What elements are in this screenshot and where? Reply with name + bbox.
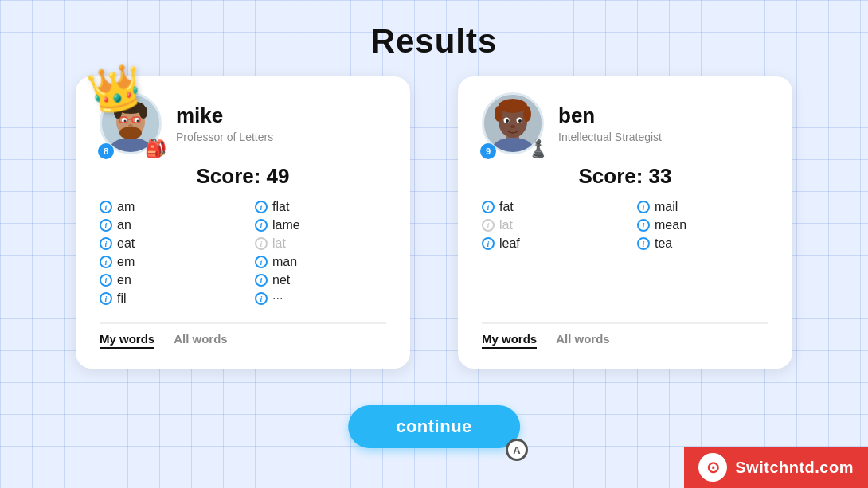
info-icon[interactable]: i: [255, 219, 268, 232]
a-button-badge: A: [506, 439, 528, 461]
mike-level-badge: 8: [98, 143, 114, 159]
svg-point-27: [523, 106, 531, 122]
card-header-mike: 👑: [100, 92, 386, 156]
info-icon[interactable]: i: [482, 219, 495, 232]
mike-info: mike Professor of Letters: [176, 103, 273, 144]
info-icon[interactable]: i: [100, 292, 112, 305]
word-item: ileaf: [482, 236, 613, 251]
svg-point-9: [128, 124, 133, 127]
mike-words: iam ian ieat iem ien ifil iflat ilame il…: [100, 200, 386, 311]
player-card-mike: 👑: [76, 76, 410, 369]
switchntd-text: Switchntd.com: [735, 459, 854, 477]
word-item: ian: [100, 218, 231, 232]
player-card-ben: 9 ♟️ ben Intellectual Strategist Score: …: [458, 76, 792, 369]
word-item: iam: [100, 200, 231, 214]
cards-container: 👑: [0, 76, 868, 369]
info-icon[interactable]: i: [100, 237, 112, 250]
ben-tabs: My words All words: [482, 322, 768, 349]
svg-point-8: [137, 120, 139, 123]
mike-words-right: iflat ilame ilat iman inet i···: [255, 200, 386, 311]
tab-all-words-mike[interactable]: All words: [174, 330, 228, 349]
info-icon[interactable]: i: [637, 237, 650, 250]
info-icon[interactable]: i: [255, 274, 268, 287]
info-icon[interactable]: i: [637, 201, 650, 213]
info-icon[interactable]: i: [255, 256, 268, 268]
ben-words: ifat ilat ileaf imail imean itea: [482, 200, 768, 311]
ben-words-right: imail imean itea: [637, 200, 768, 311]
tab-my-words-mike[interactable]: My words: [100, 330, 154, 349]
mike-score: Score: 49: [100, 164, 386, 189]
ben-words-left: ifat ilat ileaf: [482, 200, 613, 311]
page-title: Results: [0, 22, 868, 61]
ben-score: Score: 33: [482, 164, 768, 189]
info-icon[interactable]: i: [100, 201, 112, 213]
info-icon[interactable]: i: [100, 274, 112, 287]
info-icon[interactable]: i: [255, 237, 268, 250]
word-item: ilame: [255, 218, 386, 232]
avatar-wrapper-ben: 9 ♟️: [482, 92, 545, 156]
info-icon[interactable]: i: [255, 292, 268, 305]
info-icon[interactable]: i: [100, 256, 112, 268]
word-item: ieat: [100, 236, 231, 251]
switch-logo: ⊙: [698, 453, 727, 482]
switchntd-banner: ⊙ Switchntd.com: [684, 447, 868, 488]
word-item: ifil: [100, 291, 231, 306]
ben-badge-icon: ♟️: [527, 139, 549, 159]
info-icon[interactable]: i: [482, 201, 495, 213]
svg-point-26: [495, 106, 502, 122]
mike-name: mike: [176, 103, 273, 128]
word-item: ilat: [255, 236, 386, 251]
svg-point-23: [518, 119, 522, 123]
word-item: ien: [100, 273, 231, 287]
ben-info: ben Intellectual Strategist: [558, 103, 662, 144]
word-item: iman: [255, 255, 386, 269]
switch-logo-icon: ⊙: [706, 458, 720, 477]
info-icon[interactable]: i: [100, 219, 112, 232]
tab-all-words-ben[interactable]: All words: [556, 330, 610, 349]
avatar-wrapper-mike: 👑: [100, 92, 163, 156]
svg-point-4: [119, 127, 142, 139]
word-item: inet: [255, 273, 386, 287]
mike-badge-icon: 🎒: [145, 139, 166, 159]
info-icon[interactable]: i: [255, 201, 268, 213]
mike-title: Professor of Letters: [176, 130, 273, 144]
tab-my-words-ben[interactable]: My words: [482, 330, 537, 349]
card-header-ben: 9 ♟️ ben Intellectual Strategist: [482, 92, 768, 156]
info-icon[interactable]: i: [482, 237, 495, 250]
svg-point-24: [510, 125, 515, 128]
word-item: iflat: [255, 200, 386, 214]
continue-button[interactable]: continue: [348, 405, 520, 448]
svg-point-22: [506, 119, 509, 123]
word-item: itea: [637, 236, 768, 251]
svg-point-25: [499, 99, 527, 113]
ben-name: ben: [558, 103, 662, 128]
svg-point-7: [124, 120, 127, 123]
mike-tabs: My words All words: [100, 322, 386, 349]
word-item: imail: [637, 200, 768, 214]
word-item: i···: [255, 291, 386, 306]
word-item: ilat: [482, 218, 613, 232]
word-item: ifat: [482, 200, 613, 214]
word-item: imean: [637, 218, 768, 232]
ben-title: Intellectual Strategist: [558, 130, 662, 144]
word-item: iem: [100, 255, 231, 269]
info-icon[interactable]: i: [637, 219, 650, 232]
mike-words-left: iam ian ieat iem ien ifil: [100, 200, 231, 311]
ben-level-badge: 9: [480, 143, 496, 159]
